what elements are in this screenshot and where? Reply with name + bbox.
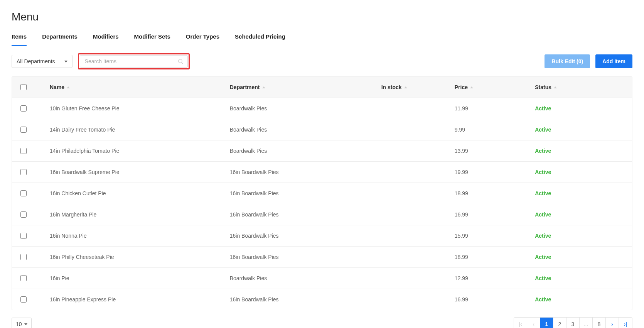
col-price[interactable]: Price xyxy=(450,77,530,98)
row-checkbox[interactable] xyxy=(20,296,27,303)
status-badge: Active xyxy=(535,105,551,112)
items-table: Name Department In stock Price Status 10… xyxy=(12,76,632,310)
row-checkbox[interactable] xyxy=(20,254,27,260)
sort-icon xyxy=(262,86,265,88)
toolbar: All Departments Bulk Edit (0) Add Item xyxy=(12,53,632,69)
status-badge: Active xyxy=(535,211,551,218)
sort-icon xyxy=(470,86,473,88)
department-filter[interactable]: All Departments xyxy=(12,55,72,68)
tab-departments[interactable]: Departments xyxy=(42,29,78,46)
col-in-stock-label: In stock xyxy=(381,84,402,90)
row-checkbox[interactable] xyxy=(20,127,27,133)
cell-department: 16in Boardwalk Pies xyxy=(225,289,377,310)
table-row[interactable]: 16in Margherita Pie16in Boardwalk Pies16… xyxy=(12,204,632,225)
cell-in-stock xyxy=(377,119,450,140)
cell-name: 16in Nonna Pie xyxy=(39,225,225,246)
cell-name: 14in Philadelphia Tomato Pie xyxy=(39,140,225,161)
col-department[interactable]: Department xyxy=(225,77,377,98)
table-row[interactable]: 16in Philly Cheeseteak Pie16in Boardwalk… xyxy=(12,247,632,268)
cell-in-stock xyxy=(377,183,450,204)
row-checkbox[interactable] xyxy=(20,190,27,196)
cell-price: 18.99 xyxy=(450,183,530,204)
cell-department: Boardwalk Pies xyxy=(225,98,377,119)
row-checkbox[interactable] xyxy=(20,211,27,218)
table-row[interactable]: 14in Dairy Free Tomato PieBoardwalk Pies… xyxy=(12,119,632,140)
page-1[interactable]: 1 xyxy=(540,318,553,328)
page-ellipsis: ... xyxy=(580,318,593,328)
col-status[interactable]: Status xyxy=(530,77,632,98)
cell-price: 9.99 xyxy=(450,119,530,140)
table-row[interactable]: 14in Philadelphia Tomato PieBoardwalk Pi… xyxy=(12,140,632,162)
cell-price: 18.99 xyxy=(450,247,530,267)
svg-point-0 xyxy=(178,59,182,63)
page-size-value: 10 xyxy=(16,321,22,327)
tab-order-types[interactable]: Order Types xyxy=(186,29,219,46)
bulk-edit-button[interactable]: Bulk Edit (0) xyxy=(545,54,590,68)
cell-department: 16in Boardwalk Pies xyxy=(225,247,377,267)
page-first: |‹ xyxy=(514,318,527,328)
tab-modifier-sets[interactable]: Modifier Sets xyxy=(134,29,170,46)
search-highlight xyxy=(78,53,190,69)
status-badge: Active xyxy=(535,127,551,133)
table-row[interactable]: 16in Pineapple Express Pie16in Boardwalk… xyxy=(12,289,632,310)
cell-in-stock xyxy=(377,247,450,267)
search-input[interactable] xyxy=(84,58,177,65)
table-row[interactable]: 16in Nonna Pie16in Boardwalk Pies15.99Ac… xyxy=(12,225,632,247)
page-3[interactable]: 3 xyxy=(566,318,580,328)
table-row[interactable]: 16in Boardwalk Supreme Pie16in Boardwalk… xyxy=(12,162,632,183)
row-checkbox[interactable] xyxy=(20,105,27,112)
tab-modifiers[interactable]: Modifiers xyxy=(93,29,119,46)
svg-line-1 xyxy=(182,63,183,64)
cell-price: 16.99 xyxy=(450,289,530,310)
status-badge: Active xyxy=(535,169,551,175)
cell-price: 11.99 xyxy=(450,98,530,119)
table-row[interactable]: 16in Chicken Cutlet Pie16in Boardwalk Pi… xyxy=(12,183,632,204)
page-2[interactable]: 2 xyxy=(553,318,566,328)
row-checkbox[interactable] xyxy=(20,233,27,239)
search-box xyxy=(80,55,188,68)
table-row[interactable]: 16in PieBoardwalk Pies12.99Active xyxy=(12,268,632,289)
cell-in-stock xyxy=(377,140,450,161)
cell-department: Boardwalk Pies xyxy=(225,140,377,161)
cell-price: 12.99 xyxy=(450,268,530,289)
status-badge: Active xyxy=(535,275,551,281)
tabs: ItemsDepartmentsModifiersModifier SetsOr… xyxy=(12,29,632,46)
row-checkbox[interactable] xyxy=(20,148,27,154)
row-checkbox[interactable] xyxy=(20,169,27,175)
cell-name: 16in Boardwalk Supreme Pie xyxy=(39,162,225,183)
page-8[interactable]: 8 xyxy=(593,318,606,328)
cell-name: 14in Dairy Free Tomato Pie xyxy=(39,119,225,140)
cell-name: 16in Philly Cheeseteak Pie xyxy=(39,247,225,267)
page-size-select[interactable]: 10 xyxy=(12,318,32,328)
cell-name: 16in Margherita Pie xyxy=(39,204,225,225)
page-last[interactable]: ›| xyxy=(619,318,632,328)
cell-in-stock xyxy=(377,204,450,225)
cell-department: 16in Boardwalk Pies xyxy=(225,204,377,225)
select-all-checkbox[interactable] xyxy=(20,84,27,90)
cell-name: 16in Chicken Cutlet Pie xyxy=(39,183,225,204)
tab-items[interactable]: Items xyxy=(12,29,27,46)
cell-price: 19.99 xyxy=(450,162,530,183)
col-department-label: Department xyxy=(230,84,260,90)
cell-name: 16in Pie xyxy=(39,268,225,289)
tab-scheduled-pricing[interactable]: Scheduled Pricing xyxy=(235,29,285,46)
col-in-stock[interactable]: In stock xyxy=(377,77,450,98)
col-status-label: Status xyxy=(535,84,551,90)
status-badge: Active xyxy=(535,254,551,260)
cell-name: 16in Pineapple Express Pie xyxy=(39,289,225,310)
row-checkbox[interactable] xyxy=(20,275,27,281)
col-name[interactable]: Name xyxy=(39,77,225,98)
cell-in-stock xyxy=(377,289,450,310)
sort-icon xyxy=(67,86,70,88)
department-filter-label: All Departments xyxy=(17,58,55,64)
chevron-down-icon xyxy=(64,61,67,63)
chevron-down-icon xyxy=(24,323,27,325)
cell-price: 16.99 xyxy=(450,204,530,225)
add-item-button[interactable]: Add Item xyxy=(595,54,632,68)
status-badge: Active xyxy=(535,190,551,196)
table-row[interactable]: 10in Gluten Free Cheese PieBoardwalk Pie… xyxy=(12,98,632,119)
table-header: Name Department In stock Price Status xyxy=(12,77,632,98)
cell-department: 16in Boardwalk Pies xyxy=(225,225,377,246)
page-next[interactable]: › xyxy=(606,318,619,328)
col-price-label: Price xyxy=(455,84,468,90)
